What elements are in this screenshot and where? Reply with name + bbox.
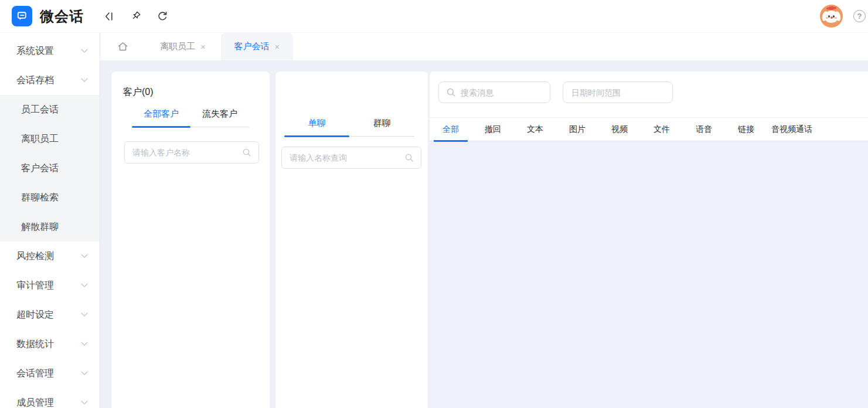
sidebar-item-label: 风控检测	[16, 250, 54, 263]
date-range-input[interactable]	[563, 88, 672, 97]
header-right: ?	[820, 5, 868, 28]
sidebar-submenu-session-archive: 员工会话 离职员工 客户会话 群聊检索 解散群聊	[0, 95, 100, 242]
chat-search-input[interactable]	[282, 153, 404, 162]
sidebar-item-system-settings[interactable]: 系统设置	[0, 36, 100, 66]
sidebar-item-label: 群聊检索	[21, 192, 59, 204]
app-header: 微会话	[0, 0, 868, 33]
sidebar-item-label: 数据统计	[16, 338, 54, 351]
chevron-down-icon	[81, 369, 87, 375]
message-type-tabs: 全部 撤回 文本 图片 视频 文件 语音 链接 音视频通话	[430, 117, 868, 141]
sidebar-item-label: 客户会话	[21, 162, 59, 175]
customer-tabs: 全部客户 流失客户	[132, 108, 249, 127]
chevron-down-icon	[81, 76, 87, 82]
filter-recalled[interactable]: 撤回	[476, 117, 510, 141]
filter-image[interactable]: 图片	[560, 117, 594, 141]
sidebar-item-employee-sessions[interactable]: 员工会话	[0, 95, 100, 124]
chevron-down-icon	[81, 339, 87, 346]
customer-search-input[interactable]	[125, 148, 242, 157]
sidebar-nav: 系统设置 会话存档 员工会话 离职员工 客户会话 群聊检索 解散群聊 风控检测 …	[0, 33, 100, 408]
message-panel: 全部 撤回 文本 图片 视频 文件 语音 链接 音视频通话	[430, 72, 868, 408]
filter-text[interactable]: 文本	[518, 117, 552, 141]
chevron-down-icon	[81, 281, 87, 287]
sidebar-item-customer-sessions[interactable]: 客户会话	[0, 154, 100, 183]
tab-customer-sessions[interactable]: 客户会话 ×	[221, 33, 293, 60]
filter-av-call[interactable]: 音视频通话	[771, 117, 812, 141]
filter-video[interactable]: 视频	[603, 117, 636, 141]
sidebar-item-label: 解散群聊	[21, 221, 59, 233]
search-icon	[446, 87, 456, 97]
sidebar-item-audit-management[interactable]: 审计管理	[0, 271, 100, 300]
tab-single-chat[interactable]: 单聊	[284, 118, 349, 136]
sidebar-item-data-statistics[interactable]: 数据统计	[0, 329, 100, 359]
sidebar-item-timeout-settings[interactable]: 超时设定	[0, 300, 100, 329]
filter-all[interactable]: 全部	[434, 117, 468, 141]
app-logo	[12, 6, 32, 26]
message-search-input[interactable]	[456, 88, 550, 97]
chevron-down-icon	[81, 310, 87, 317]
sidebar-item-label: 会话管理	[16, 368, 54, 380]
customer-count-title: 客户(0)	[123, 86, 270, 98]
chevron-down-icon	[81, 46, 87, 53]
sidebar-item-label: 员工会话	[21, 104, 59, 116]
sidebar-item-label: 离职员工	[21, 133, 59, 145]
tab-label: 客户会话	[234, 41, 270, 52]
refresh-icon	[156, 11, 168, 22]
date-range-box	[563, 81, 673, 103]
sidebar-item-risk-control[interactable]: 风控检测	[0, 242, 100, 271]
sidebar-item-session-management[interactable]: 会话管理	[0, 359, 100, 388]
close-icon[interactable]: ×	[275, 42, 280, 51]
tab-all-customers[interactable]: 全部客户	[132, 108, 190, 127]
sidebar-item-disbanded-groups[interactable]: 解散群聊	[0, 212, 100, 242]
home-tab-button[interactable]	[100, 33, 145, 60]
sidebar-item-label: 会话存档	[16, 74, 54, 87]
chat-bubble-icon	[15, 9, 29, 23]
filter-link[interactable]: 链接	[729, 117, 763, 141]
refresh-button[interactable]	[156, 10, 169, 23]
sidebar-item-group-chat-search[interactable]: 群聊检索	[0, 183, 100, 212]
chevron-down-icon	[81, 398, 87, 404]
filter-file[interactable]: 文件	[645, 117, 679, 141]
search-icon	[404, 153, 414, 162]
sidebar-item-label: 审计管理	[16, 280, 54, 292]
filter-voice[interactable]: 语音	[687, 117, 721, 141]
sidebar-item-session-archive[interactable]: 会话存档	[0, 66, 100, 95]
sidebar-item-departed-employees[interactable]: 离职员工	[0, 124, 100, 154]
tab-departed-employees[interactable]: 离职员工 ×	[145, 33, 221, 60]
pin-icon	[130, 11, 142, 22]
sidebar-item-label: 超时设定	[16, 309, 54, 321]
chat-search-box	[281, 147, 421, 169]
user-avatar[interactable]	[820, 5, 843, 28]
collapse-sidebar-icon	[104, 11, 115, 22]
pin-button[interactable]	[130, 10, 142, 23]
sidebar-item-label: 系统设置	[16, 45, 54, 57]
home-icon	[117, 40, 129, 53]
close-icon[interactable]: ×	[200, 42, 206, 51]
main-content: 客户(0) 全部客户 流失客户 单聊 群聊	[100, 60, 868, 408]
customer-search-box	[124, 141, 259, 164]
message-search-box	[438, 81, 550, 103]
search-icon	[242, 148, 251, 157]
customer-list-panel: 客户(0) 全部客户 流失客户	[111, 72, 270, 408]
chat-tabs: 单聊 群聊	[284, 118, 414, 137]
chat-list-panel: 单聊 群聊	[275, 72, 428, 408]
message-filters-row	[430, 50, 868, 103]
chevron-down-icon	[81, 251, 87, 258]
sidebar-item-label: 成员管理	[16, 397, 54, 408]
tab-label: 离职员工	[160, 41, 195, 52]
collapse-sidebar-button[interactable]	[103, 10, 116, 23]
message-empty-area	[430, 141, 868, 408]
sidebar-item-member-management[interactable]: 成员管理	[0, 388, 100, 408]
help-icon[interactable]: ?	[853, 10, 866, 22]
tab-group-chat[interactable]: 群聊	[349, 118, 414, 136]
tab-lost-customers[interactable]: 流失客户	[190, 108, 249, 127]
app-title: 微会话	[40, 7, 84, 26]
